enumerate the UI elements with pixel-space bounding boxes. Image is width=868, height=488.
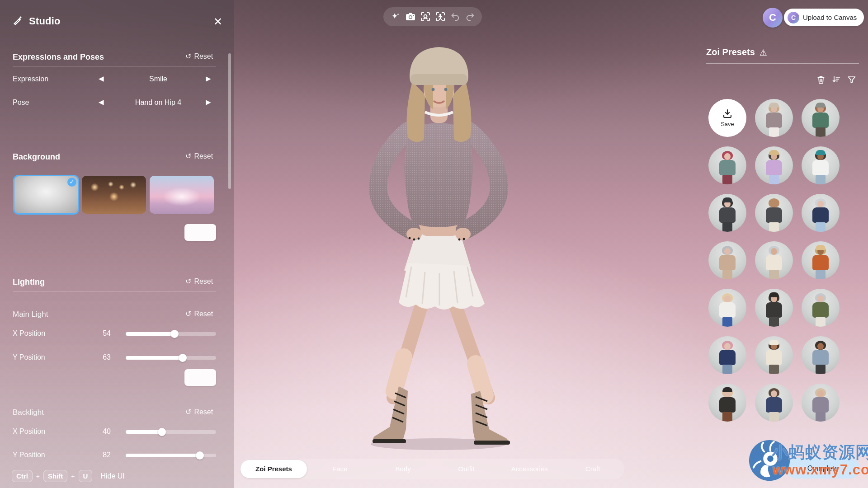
avatar-top xyxy=(719,302,736,318)
slider-track[interactable] xyxy=(126,430,216,434)
background-reset-button[interactable]: ↺ Reset xyxy=(185,152,213,160)
backlight-title: Backlight xyxy=(13,408,44,417)
character-model[interactable] xyxy=(357,41,524,454)
tab-accessories[interactable]: Accessories xyxy=(498,460,561,478)
preset-avatar-black-cap-dark-vest[interactable] xyxy=(708,194,746,232)
tab-face[interactable]: Face xyxy=(308,460,372,478)
preset-avatar-white-jacket-blue[interactable] xyxy=(708,289,746,327)
preset-avatar-navy-blazer-bob[interactable] xyxy=(755,384,793,422)
preset-avatar-pigtails-navy[interactable] xyxy=(802,194,840,232)
slider-value: 63 xyxy=(90,353,111,361)
preset-avatar-headphones-cream[interactable] xyxy=(755,336,793,374)
preset-avatar-bomber-sunglasses[interactable] xyxy=(755,194,793,232)
panel-scrollbar[interactable] xyxy=(228,53,231,189)
main-light-color-swatch[interactable] xyxy=(184,369,216,386)
background-thumb-pink-sky[interactable] xyxy=(150,176,214,214)
ai-sparkle-icon[interactable] xyxy=(390,11,401,23)
background-color-swatch[interactable] xyxy=(184,224,216,241)
avatar-figure xyxy=(708,336,746,374)
sort-icon[interactable] xyxy=(831,75,841,84)
preset-avatar-denim-crop-shorts[interactable] xyxy=(802,336,840,374)
option-value: Hand on Hip 4 xyxy=(113,99,203,107)
option-label: Pose xyxy=(13,99,29,107)
body-capture-icon[interactable] xyxy=(434,11,446,23)
tab-craft[interactable]: Craft xyxy=(561,460,624,478)
plus-separator: + xyxy=(71,473,75,480)
avatar-figure xyxy=(708,384,746,422)
preset-avatar-pink-hair-varsity[interactable] xyxy=(708,336,746,374)
warning-icon[interactable]: ⚠ xyxy=(760,47,767,57)
face-capture-icon[interactable] xyxy=(420,11,431,23)
section-expressions-title: Expressions and Poses xyxy=(13,52,104,62)
slider-thumb[interactable] xyxy=(196,451,204,460)
magic-wand-icon xyxy=(13,15,23,27)
camera-icon[interactable] xyxy=(405,11,416,23)
tab-outfit[interactable]: Outfit xyxy=(434,460,498,478)
preset-avatar-cap-green-jacket[interactable] xyxy=(802,99,840,137)
plus-separator: + xyxy=(36,473,40,480)
slider-track[interactable] xyxy=(126,356,216,360)
slider-track[interactable] xyxy=(126,332,216,336)
avatar-top xyxy=(812,397,829,413)
avatar-bottom xyxy=(769,412,779,422)
avatar-bottom xyxy=(769,270,779,279)
avatar-figure xyxy=(708,241,746,279)
slider-label: X Position xyxy=(13,427,45,436)
avatar-top xyxy=(766,350,782,365)
preset-avatar-teal-cap-white-tee[interactable] xyxy=(802,146,840,184)
preset-avatar-black-beret-coat[interactable] xyxy=(755,289,793,327)
avatar-hat xyxy=(769,340,779,345)
preset-avatar-green-military[interactable] xyxy=(802,289,840,327)
next-arrow-icon[interactable]: ▶ xyxy=(206,75,211,83)
backlight-reset-button[interactable]: ↺ Reset xyxy=(185,408,213,416)
next-arrow-icon[interactable]: ▶ xyxy=(206,98,211,106)
main-light-reset-button[interactable]: ↺ Reset xyxy=(185,310,213,318)
slider-value: 40 xyxy=(90,427,111,436)
avatar-figure xyxy=(755,336,793,374)
slider-track[interactable] xyxy=(126,454,216,457)
expressions-reset-button[interactable]: ↺ Reset xyxy=(185,52,213,61)
preset-avatar-navy-cream-cardigan[interactable] xyxy=(755,241,793,279)
preset-avatar-red-hair-hoodie[interactable] xyxy=(708,146,746,184)
slider-row-y-position: Y Position82 xyxy=(0,451,234,461)
option-value: Smile xyxy=(113,75,203,83)
slider-thumb[interactable] xyxy=(158,428,166,436)
hide-ui-shortcut[interactable]: Ctrl+Shift+UHide UI xyxy=(12,470,125,482)
slider-label: X Position xyxy=(13,329,45,338)
avatar-bottom xyxy=(816,270,826,279)
redo-icon[interactable] xyxy=(464,11,476,23)
lighting-reset-button[interactable]: ↺ Reset xyxy=(185,277,213,286)
avatar-bottom xyxy=(816,222,826,232)
tab-body[interactable]: Body xyxy=(372,460,435,478)
avatar-top xyxy=(812,255,829,270)
background-thumb-studio-backdrop[interactable]: ✓ xyxy=(14,176,78,214)
close-icon[interactable]: ✕ xyxy=(211,14,225,29)
background-thumb-bedroom-scene[interactable] xyxy=(82,176,146,214)
prev-arrow-icon[interactable]: ◀ xyxy=(99,98,104,106)
avatar-top xyxy=(719,255,736,270)
delete-icon[interactable] xyxy=(816,75,826,84)
filter-icon[interactable] xyxy=(847,75,857,84)
tab-zoi-presets[interactable]: Zoi Presets xyxy=(241,460,307,478)
slider-thumb[interactable] xyxy=(170,330,179,338)
undo-icon[interactable] xyxy=(449,11,461,23)
preset-avatar-beige-dress[interactable] xyxy=(708,241,746,279)
slider-thumb[interactable] xyxy=(179,354,187,362)
prev-arrow-icon[interactable]: ◀ xyxy=(99,75,104,83)
avatar-figure xyxy=(755,99,793,137)
option-row-pose: Pose◀Hand on Hip 4▶ xyxy=(0,98,234,109)
preset-avatar-cap-leather-pants[interactable] xyxy=(708,384,746,422)
preset-avatar-straw-hat-lavender[interactable] xyxy=(755,146,793,184)
slider-value: 82 xyxy=(90,451,111,459)
complete-button[interactable]: Complete xyxy=(786,458,860,479)
preset-avatar-beanie-knit-skirt[interactable] xyxy=(755,99,793,137)
avatar-figure xyxy=(708,289,746,327)
preset-avatar-windbreaker-shades[interactable] xyxy=(802,384,840,422)
avatar-hat xyxy=(769,103,779,108)
save-preset-button[interactable]: Save xyxy=(708,99,746,137)
option-row-expression: Expression◀Smile▶ xyxy=(0,74,234,86)
avatar-head xyxy=(817,343,824,350)
avatar-bottom xyxy=(722,222,732,232)
slider-value: 54 xyxy=(90,329,111,338)
preset-avatar-orange-shirt-hat[interactable] xyxy=(802,241,840,279)
